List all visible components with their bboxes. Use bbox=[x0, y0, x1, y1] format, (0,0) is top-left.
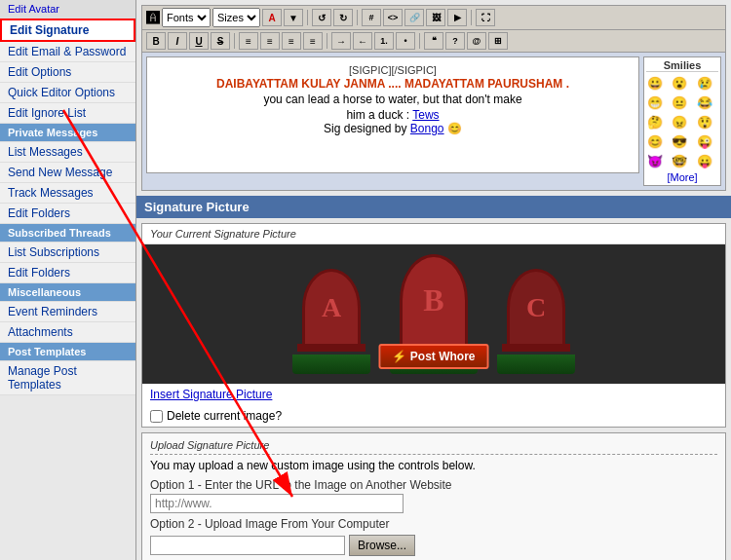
redo-btn[interactable]: ↻ bbox=[333, 9, 353, 26]
sidebar-item-edit-folders-2[interactable]: Edit Folders bbox=[0, 263, 135, 283]
justify-btn[interactable]: ≡ bbox=[303, 32, 323, 50]
outdent-btn[interactable]: ← bbox=[353, 32, 372, 50]
sig-body-2: him a duck : Tews bbox=[153, 108, 633, 122]
smiley-11[interactable]: 😎 bbox=[671, 132, 688, 150]
table-btn[interactable]: ⊞ bbox=[488, 32, 508, 50]
sidebar-item-manage-post-templates[interactable]: Manage Post Templates bbox=[0, 361, 135, 395]
indent-btn[interactable]: → bbox=[331, 32, 351, 50]
bold-btn[interactable]: B bbox=[146, 32, 166, 50]
code-btn[interactable]: <> bbox=[383, 9, 403, 26]
align-center-btn[interactable]: ≡ bbox=[260, 32, 280, 50]
media-btn[interactable]: ▶ bbox=[447, 9, 467, 26]
smilies-more-link[interactable]: [More] bbox=[646, 171, 718, 183]
editor-content[interactable]: [SIGPIC][/SIGPIC] DAIBAYATTAM KULAY JANM… bbox=[146, 56, 639, 173]
sidebar-item-edit-avatar[interactable]: Edit Avatar bbox=[0, 0, 135, 19]
sidebar-item-edit-signature[interactable]: Edit Signature bbox=[0, 19, 135, 42]
size-select[interactable]: Sizes bbox=[212, 8, 260, 27]
sig-tag-line: [SIGPIC][/SIGPIC] bbox=[153, 63, 633, 77]
option1-label: Option 1 - Enter the URL to the Image on… bbox=[150, 478, 717, 492]
sidebar-item-edit-ignore[interactable]: Edit Ignore List bbox=[0, 103, 135, 124]
strikethrough-btn[interactable]: S bbox=[211, 32, 230, 50]
tombstone-c: C bbox=[497, 269, 575, 374]
smiley-9[interactable]: 😲 bbox=[696, 113, 713, 131]
smiley-8[interactable]: 😠 bbox=[671, 113, 688, 131]
sidebar-item-event-reminders[interactable]: Event Reminders bbox=[0, 302, 135, 322]
separator-4 bbox=[234, 33, 235, 49]
sig-image-area: A B C bbox=[142, 244, 725, 384]
sidebar-item-track-messages[interactable]: Track Messages bbox=[0, 183, 135, 204]
align-right-btn[interactable]: ≡ bbox=[282, 32, 301, 50]
quote-btn[interactable]: ❝ bbox=[424, 32, 443, 50]
smiley-12[interactable]: 😜 bbox=[696, 132, 713, 150]
tombstone-body-b: B bbox=[400, 254, 468, 347]
special-char-btn[interactable]: # bbox=[362, 9, 381, 26]
browse-button[interactable]: Browse... bbox=[349, 535, 415, 556]
grass-c bbox=[497, 355, 575, 374]
sidebar-item-quick-editor[interactable]: Quick Editor Options bbox=[0, 83, 135, 103]
sidebar-item-edit-email[interactable]: Edit Email & Password bbox=[0, 42, 135, 62]
sidebar-item-list-messages[interactable]: List Messages bbox=[0, 142, 135, 163]
link-btn[interactable]: 🔗 bbox=[404, 9, 424, 26]
smiley-2[interactable]: 😮 bbox=[671, 74, 688, 92]
sidebar-section-subscribed: Subscribed Threads bbox=[0, 224, 135, 243]
smiley-10[interactable]: 😊 bbox=[646, 132, 664, 150]
font-color-btn[interactable]: A bbox=[262, 9, 282, 26]
file-path-input[interactable] bbox=[150, 536, 345, 555]
fullscreen-btn[interactable]: ⛶ bbox=[476, 9, 495, 26]
sidebar-item-attachments[interactable]: Attachments bbox=[0, 322, 135, 343]
separator-1 bbox=[307, 10, 308, 25]
insert-sig-picture-link[interactable]: Insert Signature Picture bbox=[142, 384, 725, 405]
sidebar-item-edit-folders[interactable]: Edit Folders bbox=[0, 204, 135, 224]
smiley-3[interactable]: 😢 bbox=[696, 74, 713, 92]
separator-5 bbox=[327, 33, 327, 49]
smilies-title: Smilies bbox=[646, 59, 718, 72]
sig-picture-header: Signature Picture bbox=[136, 196, 731, 218]
font-select[interactable]: Fonts bbox=[162, 8, 211, 27]
tombstone-body-a: A bbox=[302, 269, 361, 347]
current-sig-box: Your Current Signature Picture A B bbox=[141, 223, 726, 428]
delete-image-label: Delete current image? bbox=[167, 409, 282, 423]
main-content: 🅰 Fonts Sizes A ▼ ↺ ↻ # <> 🔗 🖼 ▶ ⛶ bbox=[136, 0, 731, 560]
smiley-7[interactable]: 🤔 bbox=[646, 113, 664, 131]
smiley-14[interactable]: 🤓 bbox=[671, 152, 688, 169]
post-whore-button[interactable]: ⚡ Post Whore bbox=[378, 344, 488, 369]
option2-label: Option 2 - Upload Image From Your Comput… bbox=[150, 517, 717, 531]
upload-description: You may upload a new custom image using … bbox=[150, 459, 717, 472]
tombstone-a: A bbox=[292, 269, 370, 374]
highlight-btn[interactable]: ▼ bbox=[284, 9, 303, 26]
upload-title: Upload Signature Picture bbox=[150, 439, 717, 455]
delete-image-checkbox[interactable] bbox=[150, 410, 163, 423]
tombstone-body-c: C bbox=[507, 269, 565, 347]
font-icon: 🅰 bbox=[146, 10, 160, 25]
underline-btn[interactable]: U bbox=[189, 32, 209, 50]
file-input-row: Browse... bbox=[150, 535, 717, 556]
list-ol-btn[interactable]: 1. bbox=[374, 32, 394, 50]
align-left-btn[interactable]: ≡ bbox=[239, 32, 258, 50]
upload-sig-box: Upload Signature Picture You may upload … bbox=[141, 432, 726, 560]
smiley-15[interactable]: 😛 bbox=[696, 152, 713, 169]
delete-image-row: Delete current image? bbox=[142, 405, 725, 427]
smiley-6[interactable]: 😂 bbox=[696, 93, 713, 111]
sidebar-section-post-templates: Post Templates bbox=[0, 343, 135, 361]
separator-2 bbox=[357, 10, 358, 25]
email-btn[interactable]: @ bbox=[467, 32, 486, 50]
sig-body-1: you can lead a horse to water, but that … bbox=[153, 91, 633, 108]
smiley-13[interactable]: 😈 bbox=[646, 152, 664, 169]
url-input[interactable] bbox=[150, 494, 404, 513]
separator-3 bbox=[471, 10, 472, 25]
sidebar-item-send-message[interactable]: Send New Message bbox=[0, 163, 135, 183]
sidebar-item-edit-options[interactable]: Edit Options bbox=[0, 62, 135, 83]
text-area-wrap: [SIGPIC][/SIGPIC] DAIBAYATTAM KULAY JANM… bbox=[146, 56, 639, 186]
smiley-5[interactable]: 😐 bbox=[671, 93, 688, 111]
separator-6 bbox=[419, 33, 420, 49]
list-ul-btn[interactable]: • bbox=[396, 32, 415, 50]
img-btn[interactable]: 🖼 bbox=[426, 9, 445, 26]
sig-body-3: Sig designed by Bongo 😊 bbox=[153, 122, 633, 135]
spoiler-btn[interactable]: ? bbox=[445, 32, 465, 50]
italic-btn[interactable]: I bbox=[168, 32, 187, 50]
smilies-grid: 😀 😮 😢 😁 😐 😂 🤔 😠 😲 😊 😎 😜 😈 🤓 bbox=[646, 74, 718, 169]
sidebar-item-list-subscriptions[interactable]: List Subscriptions bbox=[0, 243, 135, 263]
smiley-1[interactable]: 😀 bbox=[646, 74, 664, 92]
smiley-4[interactable]: 😁 bbox=[646, 93, 664, 111]
undo-btn[interactable]: ↺ bbox=[312, 9, 331, 26]
